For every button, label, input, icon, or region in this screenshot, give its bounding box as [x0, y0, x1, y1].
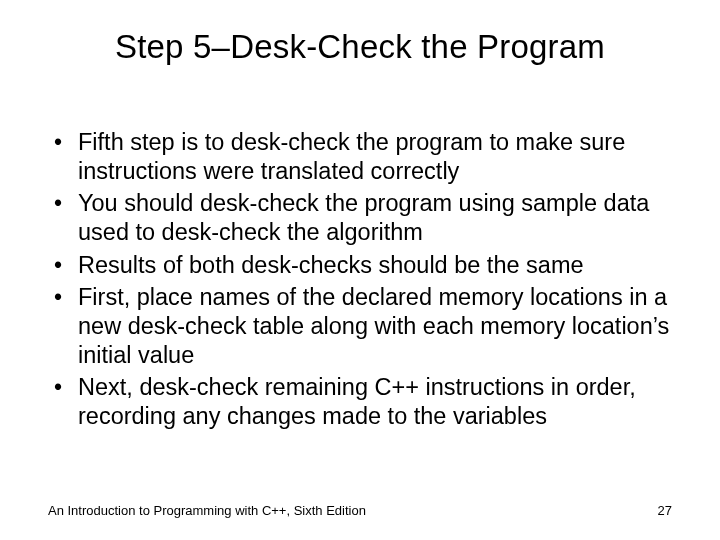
page-number: 27 [658, 503, 672, 518]
bullet-list: Fifth step is to desk-check the program … [48, 128, 672, 431]
list-item: You should desk-check the program using … [48, 189, 672, 246]
slide-body: Fifth step is to desk-check the program … [48, 128, 672, 435]
list-item: Fifth step is to desk-check the program … [48, 128, 672, 185]
list-item: Next, desk-check remaining C++ instructi… [48, 373, 672, 430]
slide-title: Step 5–Desk-Check the Program [0, 28, 720, 66]
list-item: First, place names of the declared memor… [48, 283, 672, 369]
list-item: Results of both desk-checks should be th… [48, 251, 672, 280]
slide: Step 5–Desk-Check the Program Fifth step… [0, 0, 720, 540]
footer-source: An Introduction to Programming with C++,… [48, 503, 366, 518]
